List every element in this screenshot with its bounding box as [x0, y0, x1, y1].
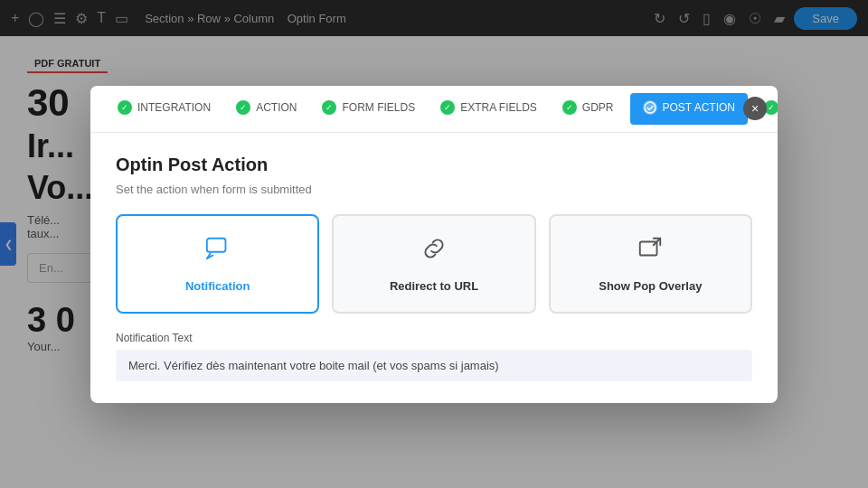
action-card-notification[interactable]: Notification — [116, 214, 319, 314]
modal-body: Optin Post Action Set the action when fo… — [90, 133, 778, 403]
modal-dialog: × ✓ INTEGRATION ✓ ACTION ✓ FORM FIELDS ✓… — [90, 86, 778, 403]
wizard-steps: ✓ INTEGRATION ✓ ACTION ✓ FORM FIELDS ✓ E… — [90, 86, 778, 133]
step-extra-fields[interactable]: ✓ EXTRA FIELDS — [428, 86, 550, 132]
step-integration-check: ✓ — [118, 100, 132, 115]
step-action[interactable]: ✓ ACTION — [223, 86, 309, 132]
step-integration-label: INTEGRATION — [137, 101, 211, 114]
action-card-redirect[interactable]: Redirect to URL — [332, 214, 535, 314]
step-integration[interactable]: ✓ INTEGRATION — [105, 86, 223, 132]
step-form-fields-check: ✓ — [322, 100, 336, 115]
step-form-fields[interactable]: ✓ FORM FIELDS — [309, 86, 428, 132]
modal-title: Optin Post Action — [116, 155, 752, 175]
popup-icon — [637, 235, 664, 268]
modal-overlay: × ✓ INTEGRATION ✓ ACTION ✓ FORM FIELDS ✓… — [0, 0, 868, 488]
link-icon — [420, 235, 448, 268]
step-post-action-icon — [643, 100, 657, 115]
step-gdpr[interactable]: ✓ GDPR — [550, 86, 627, 132]
action-card-redirect-label: Redirect to URL — [390, 279, 478, 293]
step-extra-fields-label: EXTRA FIELDS — [460, 101, 537, 114]
step-action-check: ✓ — [236, 100, 250, 115]
modal-close-button[interactable]: × — [743, 97, 767, 120]
step-gdpr-check: ✓ — [562, 100, 577, 115]
step-post-action-label: POST ACTION — [663, 101, 735, 114]
step-action-label: ACTION — [256, 101, 297, 114]
chat-icon — [204, 235, 231, 268]
modal-subtitle: Set the action when form is submitted — [116, 183, 752, 196]
svg-rect-1 — [206, 238, 225, 251]
action-card-notification-label: Notification — [185, 279, 250, 293]
step-post-action[interactable]: POST ACTION — [630, 93, 748, 125]
action-card-popup[interactable]: Show Pop Overlay — [549, 214, 752, 314]
step-gdpr-label: GDPR — [582, 101, 614, 114]
step-form-fields-label: FORM FIELDS — [342, 101, 415, 114]
action-card-popup-label: Show Pop Overlay — [599, 279, 702, 293]
notification-text-input[interactable]: Merci. Vérifiez dès maintenant votre boi… — [116, 350, 752, 381]
notification-text-label: Notification Text — [116, 332, 752, 344]
svg-point-0 — [645, 102, 656, 113]
step-extra-fields-check: ✓ — [440, 100, 455, 115]
action-cards: Notification Redirect to URL — [116, 214, 752, 314]
